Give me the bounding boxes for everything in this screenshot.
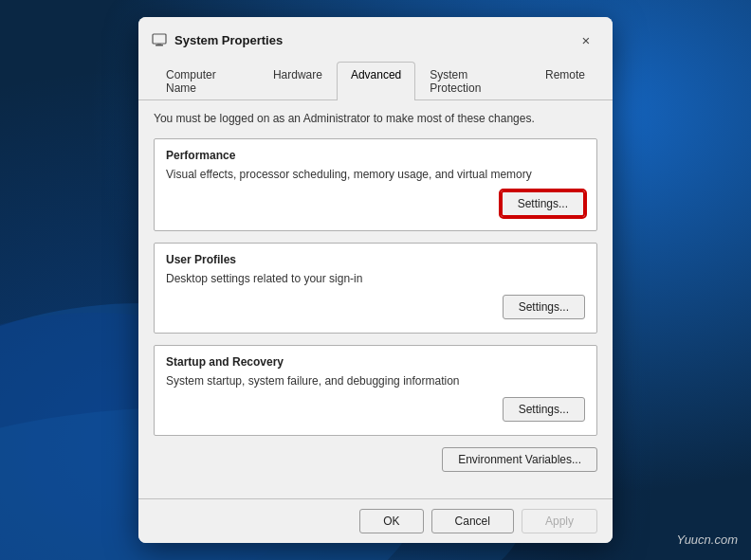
- startup-recovery-label: Startup and Recovery: [166, 355, 585, 369]
- close-button[interactable]: ×: [573, 27, 599, 53]
- dialog-title: System Properties: [174, 33, 283, 47]
- performance-label: Performance: [166, 149, 585, 162]
- user-profiles-desc: Desktop settings related to your sign-in: [166, 272, 585, 285]
- user-profiles-section: User Profiles Desktop settings related t…: [154, 243, 597, 334]
- startup-recovery-desc: System startup, system failure, and debu…: [166, 374, 585, 388]
- tab-strip: Computer Name Hardware Advanced System P…: [138, 53, 613, 100]
- cancel-button[interactable]: Cancel: [431, 509, 514, 533]
- env-variables-row: Environment Variables...: [154, 447, 597, 472]
- admin-notice: You must be logged on as an Administrato…: [154, 112, 597, 125]
- user-profiles-btn-row: Settings...: [166, 295, 585, 319]
- tab-computer-name[interactable]: Computer Name: [152, 62, 259, 100]
- user-profiles-label: User Profiles: [166, 253, 585, 266]
- dialog-icon: [152, 32, 167, 47]
- startup-recovery-settings-button[interactable]: Settings...: [503, 397, 585, 422]
- tab-hardware[interactable]: Hardware: [259, 62, 337, 100]
- watermark: Yuucn.com: [676, 533, 738, 547]
- system-properties-dialog: System Properties × Computer Name Hardwa…: [138, 17, 613, 543]
- startup-recovery-btn-row: Settings...: [166, 397, 585, 422]
- performance-section: Performance Visual effects, processor sc…: [154, 138, 597, 231]
- user-profiles-settings-button[interactable]: Settings...: [503, 295, 585, 319]
- startup-recovery-section: Startup and Recovery System startup, sys…: [154, 345, 597, 436]
- title-bar: System Properties ×: [138, 17, 613, 53]
- performance-settings-button[interactable]: Settings...: [501, 190, 585, 217]
- environment-variables-button[interactable]: Environment Variables...: [442, 447, 597, 472]
- title-bar-left: System Properties: [152, 32, 283, 47]
- dialog-body: You must be logged on as an Administrato…: [138, 100, 613, 498]
- performance-btn-row: Settings...: [166, 190, 585, 217]
- performance-desc: Visual effects, processor scheduling, me…: [166, 168, 585, 181]
- apply-button[interactable]: Apply: [522, 509, 597, 533]
- svg-rect-3: [153, 34, 166, 44]
- tab-advanced[interactable]: Advanced: [337, 62, 415, 100]
- dialog-footer: OK Cancel Apply: [138, 498, 613, 543]
- tab-remote[interactable]: Remote: [531, 62, 599, 100]
- tab-system-protection[interactable]: System Protection: [415, 62, 531, 100]
- ok-button[interactable]: OK: [359, 509, 423, 533]
